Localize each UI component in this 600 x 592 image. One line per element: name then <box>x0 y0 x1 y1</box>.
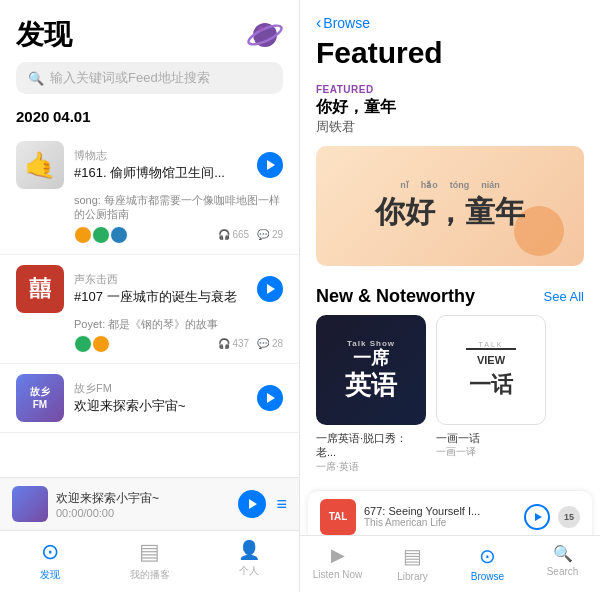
feed-item-row-3: 故乡FM 故乡FM 欢迎来探索小宇宙~ <box>16 374 283 422</box>
feed-stats-1: 🎧 665 💬 29 <box>218 229 283 240</box>
banner-pinyin: nǐ hǎo tóng nián <box>400 180 500 190</box>
player-info: 欢迎来探索小宇宙~ 00:00/00:00 <box>56 490 230 519</box>
feed-subtitle-2: Poyet: 都是《钢的琴》的故事 <box>74 317 283 331</box>
new-noteworthy-header: New & Noteworthy See All <box>300 274 600 315</box>
feed-title-3: 欢迎来探索小宇宙~ <box>74 398 247 415</box>
see-all-button[interactable]: See All <box>544 289 584 304</box>
speed-badge[interactable]: 15 <box>558 506 580 528</box>
feed-source-3: 故乡FM <box>74 381 247 396</box>
nav-item-browse[interactable]: ⊙ Browse <box>450 536 525 592</box>
play-triangle-icon-3 <box>267 393 275 403</box>
featured-section: FEATURED 你好，童年 周铁君 nǐ hǎo tóng nián 你好，童… <box>300 76 600 274</box>
feed-thumb-3: 故乡FM <box>16 374 64 422</box>
play-button-2[interactable] <box>257 276 283 302</box>
player-controls: ≡ <box>238 490 287 518</box>
date-year: 2020 <box>16 108 49 125</box>
library-right-icon: ▤ <box>403 544 422 568</box>
listen-now-icon: ▶ <box>331 544 345 566</box>
nav-item-listen-now[interactable]: ▶ Listen Now <box>300 536 375 592</box>
left-header: 发现 <box>0 0 299 62</box>
browse-nav-icon: ⊙ <box>479 544 496 568</box>
player-play-button[interactable] <box>238 490 266 518</box>
card-text-1: Talk Show 一席 英语 <box>345 339 397 401</box>
mini-player-subtitle: This American Life <box>364 517 516 528</box>
player-thumb <box>12 486 48 522</box>
library-right-label: Library <box>397 571 428 582</box>
right-header: ‹ Browse Featured <box>300 0 600 76</box>
feed-source-2: 声东击西 <box>74 272 247 287</box>
bottom-nav-left: ⊙ 发现 ▤ 我的播客 👤 个人 <box>0 530 299 592</box>
left-title: 发现 <box>16 16 72 54</box>
podcast-name-1: 一席英语·脱口秀：老... <box>316 431 426 460</box>
listen-count-2: 🎧 437 <box>218 338 249 349</box>
player-play-icon <box>249 499 257 509</box>
featured-banner[interactable]: nǐ hǎo tóng nián 你好，童年 <box>316 146 584 266</box>
mini-player-right[interactable]: TAL 677: Seeing Yourself I... This Ameri… <box>308 490 592 535</box>
listen-now-label: Listen Now <box>313 569 362 580</box>
podcast-sub-2: 一画一译 <box>436 445 546 459</box>
feed-meta-3: 故乡FM 欢迎来探索小宇宙~ <box>74 381 247 415</box>
section-title-new: New & Noteworthy <box>316 286 475 307</box>
featured-podcast-title: 你好，童年 <box>316 97 584 118</box>
right-content: FEATURED 你好，童年 周铁君 nǐ hǎo tóng nián 你好，童… <box>300 76 600 535</box>
feed-subtitle-1: song: 每座城市都需要一个像咖啡地图一样的公厕指南 <box>74 193 283 222</box>
comment-count-2: 💬 28 <box>257 338 283 349</box>
avatar-2 <box>92 226 110 244</box>
left-panel: 发现 🔍 输入关键词或Feed地址搜索 2020 04.01 🤙 博物志 #16… <box>0 0 300 592</box>
podcast-name-2: 一画一话 <box>436 431 546 445</box>
feed-item-1: 🤙 博物志 #161. 偷师博物馆卫生间... song: 每座城市都需要一个像… <box>0 131 299 255</box>
feed-list: 🤙 博物志 #161. 偷师博物馆卫生间... song: 每座城市都需要一个像… <box>0 131 299 477</box>
nav-item-profile[interactable]: 👤 个人 <box>199 531 299 592</box>
mini-player-thumb: TAL <box>320 499 356 535</box>
player-title: 欢迎来探索小宇宙~ <box>56 490 230 507</box>
feed-footer-2: 🎧 437 💬 28 <box>16 335 283 353</box>
feed-item-row-2: 囍 声东击西 #107 一座城市的诞生与衰老 <box>16 265 283 313</box>
avatar-4 <box>74 335 92 353</box>
browse-nav-label: Browse <box>471 571 504 582</box>
podcast-card-2[interactable]: TALK VIEW 一话 一画一话 一画一译 <box>436 315 546 474</box>
browse-back[interactable]: ‹ Browse <box>316 14 584 32</box>
search-nav-icon: 🔍 <box>553 544 573 563</box>
svg-point-2 <box>258 26 264 32</box>
play-triangle-icon <box>267 160 275 170</box>
feed-meta-2: 声东击西 #107 一座城市的诞生与衰老 <box>74 272 247 306</box>
profile-nav-label: 个人 <box>239 564 259 578</box>
featured-badge: FEATURED <box>316 84 584 95</box>
date-label: 2020 04.01 <box>0 104 299 131</box>
search-nav-label: Search <box>547 566 579 577</box>
mini-play-button[interactable] <box>524 504 550 530</box>
feed-stats-2: 🎧 437 💬 28 <box>218 338 283 349</box>
mini-player-info: 677: Seeing Yourself I... This American … <box>364 505 516 528</box>
card-text-2: TALK VIEW 一话 <box>466 341 516 400</box>
feed-title-1: #161. 偷师博物馆卫生间... <box>74 165 247 182</box>
player-time: 00:00/00:00 <box>56 507 230 519</box>
feed-avatars-2 <box>74 335 110 353</box>
search-bar[interactable]: 🔍 输入关键词或Feed地址搜索 <box>16 62 283 94</box>
podcast-card-1[interactable]: Talk Show 一席 英语 一席英语·脱口秀：老... 一席·英语 <box>316 315 426 474</box>
feed-meta-1: 博物志 #161. 偷师博物馆卫生间... <box>74 148 247 182</box>
bottom-nav-right: ▶ Listen Now ▤ Library ⊙ Browse 🔍 Search <box>300 535 600 592</box>
feed-item-2: 囍 声东击西 #107 一座城市的诞生与衰老 Poyet: 都是《钢的琴》的故事… <box>0 255 299 364</box>
profile-nav-icon: 👤 <box>238 539 260 561</box>
player-bar: 欢迎来探索小宇宙~ 00:00/00:00 ≡ <box>0 477 299 530</box>
playlist-icon[interactable]: ≡ <box>276 494 287 515</box>
browse-back-label: Browse <box>323 15 370 31</box>
featured-podcast-author: 周铁君 <box>316 118 584 136</box>
nav-item-library[interactable]: ▤ 我的播客 <box>100 531 200 592</box>
nav-item-library-right[interactable]: ▤ Library <box>375 536 450 592</box>
search-placeholder: 输入关键词或Feed地址搜索 <box>50 69 210 87</box>
play-button-3[interactable] <box>257 385 283 411</box>
card-divider-icon <box>466 348 516 350</box>
chevron-left-icon: ‹ <box>316 14 321 32</box>
listen-count-1: 🎧 665 <box>218 229 249 240</box>
play-button-1[interactable] <box>257 152 283 178</box>
search-icon: 🔍 <box>28 71 44 86</box>
nav-item-search-right[interactable]: 🔍 Search <box>525 536 600 592</box>
mini-player-title: 677: Seeing Yourself I... <box>364 505 516 517</box>
this-american-life-logo: TAL <box>329 511 348 522</box>
discover-nav-label: 发现 <box>40 568 60 582</box>
nav-item-discover[interactable]: ⊙ 发现 <box>0 531 100 592</box>
podcast-card-row: Talk Show 一席 英语 一席英语·脱口秀：老... 一席·英语 TALK… <box>300 315 600 486</box>
banner-cn-text: 你好，童年 <box>375 192 525 233</box>
featured-title: Featured <box>316 36 584 70</box>
